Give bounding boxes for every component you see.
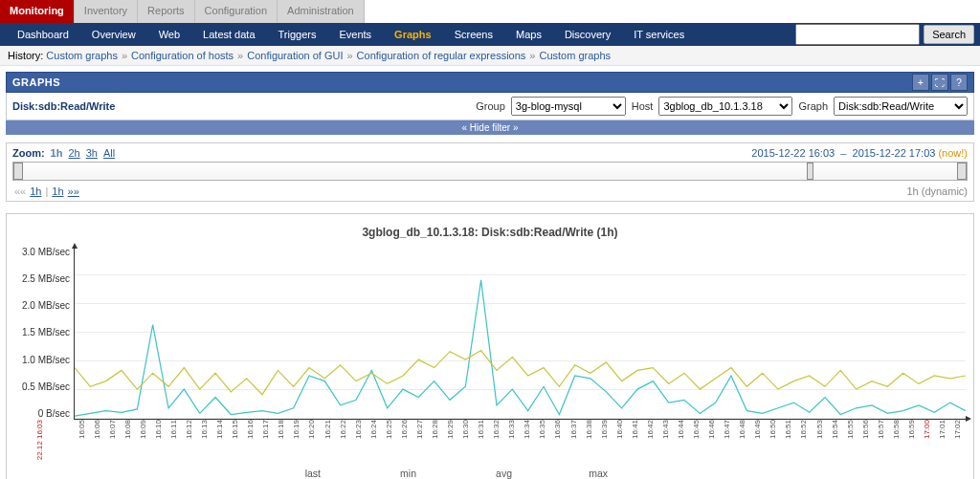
menu-web[interactable]: Web [147, 23, 191, 46]
x-tick: 16:13 [197, 420, 212, 452]
tab-monitoring[interactable]: Monitoring [0, 0, 75, 23]
x-tick: 17:00 [919, 420, 934, 452]
menu-overview[interactable]: Overview [80, 23, 147, 46]
x-tick: 16:50 [766, 420, 781, 452]
x-tick: 16:17 [258, 420, 274, 452]
slider-handle-left[interactable] [13, 163, 23, 180]
zoom-1h[interactable]: 1h [51, 147, 63, 159]
breadcrumb-link[interactable]: Custom graphs [46, 50, 118, 61]
menu-graphs[interactable]: Graphs [383, 23, 443, 46]
graph-label: Graph [798, 100, 828, 112]
x-tick: 16:19 [289, 420, 304, 452]
chart-title: 3gblog_db_10.1.3.18: Disk:sdb:Read/Write… [14, 226, 966, 239]
x-tick: 16:57 [873, 420, 888, 452]
legend: lastminavgmax Disk:sdb:Read:Bytes/sec[av… [33, 468, 966, 479]
legend-header: min [321, 468, 416, 479]
time-from[interactable]: 2015-12-22 16:03 [751, 147, 835, 159]
y-tick: 2.0 MB/sec [22, 300, 70, 311]
plot-area [74, 247, 966, 420]
x-tick: 16:29 [443, 420, 458, 452]
y-tick: 3.0 MB/sec [22, 247, 70, 257]
group-select[interactable]: 3g-blog-mysql [511, 97, 626, 116]
x-tick: 16:26 [396, 420, 412, 452]
zoom-all[interactable]: All [103, 147, 115, 159]
fullscreen-icon[interactable]: ⛶ [931, 74, 948, 91]
x-tick: 16:40 [612, 420, 627, 452]
x-edge-start: 22.12 16:03 [35, 420, 44, 462]
menu-discovery[interactable]: Discovery [553, 23, 622, 46]
x-tick: 16:58 [888, 420, 903, 452]
menu-latest-data[interactable]: Latest data [191, 23, 266, 46]
breadcrumb-link[interactable]: Configuration of hosts [131, 50, 234, 61]
breadcrumb-link[interactable]: Custom graphs [539, 50, 611, 61]
breadcrumb-link[interactable]: Configuration of GUI [247, 50, 343, 61]
x-tick: 16:25 [381, 420, 396, 452]
breadcrumb-link[interactable]: Configuration of regular expressions [357, 50, 526, 61]
x-tick: 16:35 [535, 420, 550, 452]
y-tick: 1.5 MB/sec [22, 327, 70, 337]
zoom-2h[interactable]: 2h [68, 147, 79, 159]
x-tick: 16:14 [212, 420, 228, 452]
x-tick: 16:52 [796, 420, 812, 452]
search-input[interactable] [795, 24, 920, 45]
tab-configuration[interactable]: Configuration [195, 0, 278, 23]
menu-it-services[interactable]: IT services [622, 23, 696, 46]
x-tick: 16:54 [827, 420, 842, 452]
tab-administration[interactable]: Administration [278, 0, 365, 23]
x-tick: 16:27 [412, 420, 427, 452]
pager-1h[interactable]: 1h [30, 185, 41, 197]
graph-select[interactable]: Disk:sdb:Read/Write [834, 97, 968, 116]
x-tick: 16:06 [89, 420, 104, 452]
host-select[interactable]: 3gblog_db_10.1.3.18 [658, 97, 792, 116]
x-tick: 16:09 [135, 420, 150, 452]
submenu-bar: DashboardOverviewWebLatest dataTriggersE… [0, 23, 980, 46]
zoom-links: 1h2h3hAll [45, 147, 116, 159]
pager-««[interactable]: «« [14, 185, 26, 197]
zoom-3h[interactable]: 3h [86, 147, 98, 159]
x-tick: 16:07 [104, 420, 120, 452]
x-tick: 16:11 [166, 420, 181, 452]
history-label: History: [8, 50, 43, 61]
menu-screens[interactable]: Screens [443, 23, 504, 46]
x-tick: 17:01 [935, 420, 950, 452]
time-range-panel: Zoom: 1h2h3hAll 2015-12-22 16:03 – 2015-… [6, 142, 974, 202]
x-tick: 16:37 [566, 420, 581, 452]
time-slider[interactable] [12, 162, 968, 181]
x-tick: 16:23 [350, 420, 366, 452]
slider-handle-mid[interactable] [807, 163, 813, 180]
menu-events[interactable]: Events [327, 23, 383, 46]
zoom-label: Zoom: [12, 147, 45, 159]
host-label: Host [632, 100, 654, 112]
x-tick: 16:43 [657, 420, 673, 452]
menu-triggers[interactable]: Triggers [267, 23, 328, 46]
add-widget-icon[interactable]: + [912, 74, 929, 91]
now-badge: (now!) [938, 147, 968, 159]
tab-reports[interactable]: Reports [138, 0, 195, 23]
breadcrumb: History: Custom graphs»Configuration of … [0, 46, 980, 66]
tab-inventory[interactable]: Inventory [75, 0, 138, 23]
pager-»»[interactable]: »» [68, 185, 79, 197]
slider-handle-right[interactable] [957, 163, 967, 180]
time-to[interactable]: 2015-12-22 17:03 [853, 147, 936, 159]
legend-header: last [225, 468, 321, 479]
legend-header: max [512, 468, 608, 479]
section-header: GRAPHS + ⛶ ? [6, 72, 974, 93]
x-tick: 16:34 [520, 420, 535, 452]
x-tick: 16:28 [427, 420, 442, 452]
menu-dashboard[interactable]: Dashboard [6, 23, 80, 46]
x-tick: 16:31 [474, 420, 489, 452]
pager-1h[interactable]: 1h [52, 185, 63, 197]
search-button[interactable]: Search [924, 25, 974, 44]
x-tick: 16:42 [642, 420, 657, 452]
selector-bar: Disk:sdb:Read/Write Group 3g-blog-mysql … [6, 93, 974, 120]
chart-area: 3.0 MB/sec2.5 MB/sec2.0 MB/sec1.5 MB/sec… [14, 247, 966, 420]
dynamic-label: 1h (dynamic) [906, 185, 968, 197]
series-line [75, 280, 966, 416]
x-tick: 16:56 [858, 420, 873, 452]
chart-panel: 3gblog_db_10.1.3.18: Disk:sdb:Read/Write… [6, 213, 974, 479]
menu-maps[interactable]: Maps [504, 23, 553, 46]
help-icon[interactable]: ? [950, 74, 968, 91]
hide-filter-toggle[interactable]: « Hide filter » [6, 120, 974, 135]
x-tick: 16:21 [320, 420, 335, 452]
x-tick: 16:22 [335, 420, 350, 452]
